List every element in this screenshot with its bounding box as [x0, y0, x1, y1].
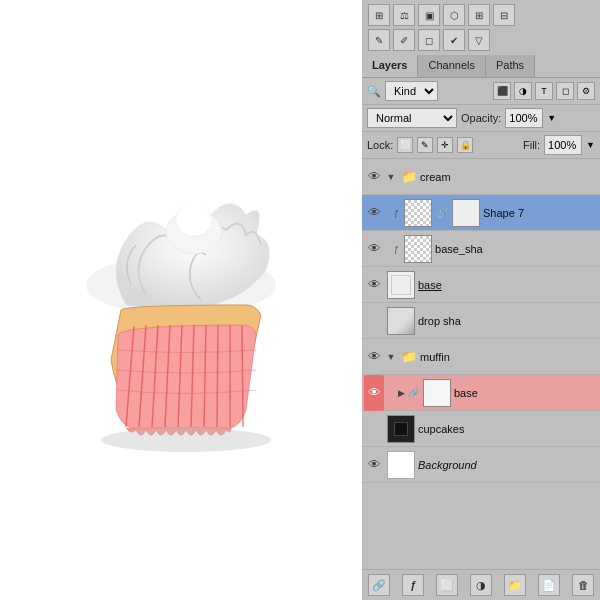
layer-drop-sha[interactable]: drop sha — [362, 303, 600, 339]
layer-shape7[interactable]: 👁 ƒ 🔗 Shape 7 — [362, 195, 600, 231]
fill-label: Fill: — [523, 139, 540, 151]
eye-muffin[interactable]: 👁 — [364, 339, 384, 375]
layer-styles-btn[interactable]: ƒ — [402, 574, 424, 596]
svg-line-13 — [242, 326, 243, 427]
layer-background[interactable]: 👁 Background — [362, 447, 600, 483]
toolbar-row-1: ⊞ ⚖ ▣ ⬡ ⊞ ⊟ — [368, 4, 594, 26]
tabs-row: Layers Channels Paths — [362, 55, 600, 78]
tool-btn-3[interactable]: ▣ — [418, 4, 440, 26]
lock-all-btn[interactable]: 🔒 — [457, 137, 473, 153]
bottom-toolbar: 🔗 ƒ ⬜ ◑ 📁 📄 🗑 — [362, 569, 600, 600]
filter-kind-dropdown[interactable]: Kind — [385, 81, 438, 101]
eye-base-inner[interactable]: 👁 — [364, 375, 384, 411]
opacity-label: Opacity: — [461, 112, 501, 124]
tool-btn-10[interactable]: ✔ — [443, 29, 465, 51]
layer-shape7-name: Shape 7 — [483, 207, 524, 219]
eye-shape7[interactable]: 👁 — [364, 195, 384, 231]
top-toolbar: ⊞ ⚖ ▣ ⬡ ⊞ ⊟ ✎ ✐ ◻ ✔ ▽ — [362, 0, 600, 55]
link-icon-base-sha: ƒ — [394, 244, 399, 254]
layer-cream-name: cream — [420, 171, 451, 183]
tool-btn-2[interactable]: ⚖ — [393, 4, 415, 26]
eye-open-icon-background: 👁 — [368, 457, 381, 472]
tool-btn-11[interactable]: ▽ — [468, 29, 490, 51]
svg-point-3 — [184, 200, 204, 220]
lock-row: Lock: ⬜ ✎ ✛ 🔒 Fill: ▼ — [362, 132, 600, 159]
smart-filter-icon[interactable]: ⚙ — [577, 82, 595, 100]
svg-line-11 — [217, 325, 218, 427]
thumb-shape7-mask — [452, 199, 480, 227]
layer-muffin-name: muffin — [420, 351, 450, 363]
layer-cupcakes-name: cupcakes — [418, 423, 464, 435]
layer-muffin-group[interactable]: 👁 ▼ 📁 muffin — [362, 339, 600, 375]
eye-base-sha[interactable]: 👁 — [364, 231, 384, 267]
layers-panel: ⊞ ⚖ ▣ ⬡ ⊞ ⊟ ✎ ✐ ◻ ✔ ▽ Layers Channels Pa… — [362, 0, 600, 600]
lock-transparent-btn[interactable]: ⬜ — [397, 137, 413, 153]
eye-cream-group[interactable]: 👁 — [364, 159, 384, 195]
lock-label: Lock: — [367, 139, 393, 151]
pixel-filter-icon[interactable]: ⬛ — [493, 82, 511, 100]
type-filter-icon[interactable]: T — [535, 82, 553, 100]
layer-base-sha[interactable]: 👁 ƒ base_sha — [362, 231, 600, 267]
filter-search-icon: 🔍 — [367, 85, 381, 98]
canvas-area — [0, 0, 362, 600]
tool-btn-7[interactable]: ✎ — [368, 29, 390, 51]
toolbar-row-2: ✎ ✐ ◻ ✔ ▽ — [368, 29, 594, 51]
eye-open-icon-base: 👁 — [368, 277, 381, 292]
lock-image-btn[interactable]: ✎ — [417, 137, 433, 153]
blend-mode-dropdown[interactable]: Normal Multiply Screen Overlay — [367, 108, 457, 128]
fill-arrow[interactable]: ▼ — [586, 140, 595, 150]
tool-btn-1[interactable]: ⊞ — [368, 4, 390, 26]
layer-cupcakes[interactable]: cupcakes — [362, 411, 600, 447]
tab-channels[interactable]: Channels — [418, 55, 485, 77]
adjustment-filter-icon[interactable]: ◑ — [514, 82, 532, 100]
layer-drop-sha-name: drop sha — [418, 315, 461, 327]
fill-input[interactable] — [544, 135, 582, 155]
opacity-input[interactable] — [505, 108, 543, 128]
eye-drop-sha[interactable] — [364, 303, 384, 339]
thumb-background — [387, 451, 415, 479]
new-group-btn[interactable]: 📁 — [504, 574, 526, 596]
eye-empty-icon-drop-sha — [367, 314, 381, 328]
add-mask-btn[interactable]: ⬜ — [436, 574, 458, 596]
cupcake-illustration — [46, 140, 316, 460]
link-layers-btn[interactable]: 🔗 — [368, 574, 390, 596]
layer-base-inner[interactable]: 👁 ▶ 🔗 base — [362, 375, 600, 411]
thumb-base — [387, 271, 415, 299]
delete-layer-btn[interactable]: 🗑 — [572, 574, 594, 596]
thumb-shape7-1 — [404, 199, 432, 227]
eye-background[interactable]: 👁 — [364, 447, 384, 483]
eye-icon-base-inner: 👁 — [368, 385, 381, 400]
eye-base[interactable]: 👁 — [364, 267, 384, 303]
thumb-drop-sha — [387, 307, 415, 335]
thumb-base-sha — [404, 235, 432, 263]
lock-position-btn[interactable]: ✛ — [437, 137, 453, 153]
eye-open-icon: 👁 — [368, 169, 381, 184]
link-icon-base-inner: 🔗 — [408, 388, 419, 398]
eye-open-icon-base-sha: 👁 — [368, 241, 381, 256]
layer-base[interactable]: 👁 base — [362, 267, 600, 303]
tool-btn-5[interactable]: ⊞ — [468, 4, 490, 26]
tool-btn-9[interactable]: ◻ — [418, 29, 440, 51]
tool-btn-4[interactable]: ⬡ — [443, 4, 465, 26]
new-layer-btn[interactable]: 📄 — [538, 574, 560, 596]
eye-open-icon-muffin: 👁 — [368, 349, 381, 364]
blend-row: Normal Multiply Screen Overlay Opacity: … — [362, 105, 600, 132]
shape-filter-icon[interactable]: ◻ — [556, 82, 574, 100]
expand-muffin-icon[interactable]: ▼ — [384, 350, 398, 364]
expand-base-inner-icon[interactable]: ▶ — [394, 386, 408, 400]
tool-btn-8[interactable]: ✐ — [393, 29, 415, 51]
folder-cream-icon: 📁 — [401, 169, 417, 184]
filter-icons-group: ⬛ ◑ T ◻ ⚙ — [493, 82, 595, 100]
layer-cream-group[interactable]: 👁 ▼ 📁 cream — [362, 159, 600, 195]
eye-open-icon-shape7: 👁 — [368, 205, 381, 220]
opacity-arrow[interactable]: ▼ — [547, 113, 556, 123]
layer-base-sha-name: base_sha — [435, 243, 483, 255]
tool-btn-6[interactable]: ⊟ — [493, 4, 515, 26]
adjustment-btn[interactable]: ◑ — [470, 574, 492, 596]
tab-layers[interactable]: Layers — [362, 55, 418, 77]
folder-muffin-icon: 📁 — [401, 349, 417, 364]
tab-paths[interactable]: Paths — [486, 55, 535, 77]
expand-cream-icon[interactable]: ▼ — [384, 170, 398, 184]
layer-background-name: Background — [418, 459, 477, 471]
eye-cupcakes[interactable] — [364, 411, 384, 447]
